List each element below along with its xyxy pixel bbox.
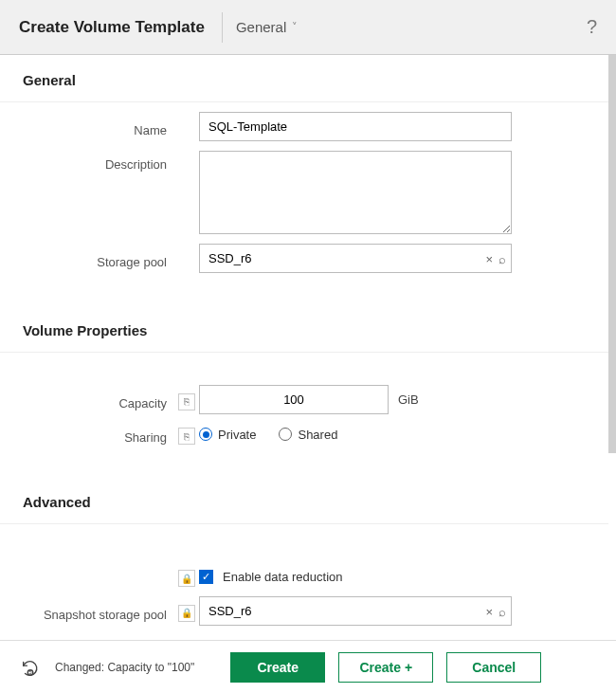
svg-text:5: 5 xyxy=(28,669,31,675)
lock-icon[interactable]: 🔒 xyxy=(178,570,195,587)
changed-status-text: Changed: Capacity to "100" xyxy=(55,661,194,674)
data-reduction-label: Enable data reduction xyxy=(223,570,342,584)
capacity-input[interactable] xyxy=(199,385,389,414)
section-heading-volume-properties: Volume Properties xyxy=(0,305,608,352)
sharing-shared-label: Shared xyxy=(298,428,337,442)
sharing-private-option[interactable]: Private xyxy=(199,428,256,442)
section-heading-advanced: Advanced xyxy=(0,477,608,523)
clear-icon[interactable]: × xyxy=(485,251,493,265)
divider xyxy=(0,101,608,102)
footer-bar: 5 Changed: Capacity to "100" Create Crea… xyxy=(0,640,616,693)
chevron-down-icon: ˅ xyxy=(292,21,298,33)
label-spacer xyxy=(23,574,174,580)
storage-pool-input[interactable] xyxy=(199,244,512,273)
icon-spacer xyxy=(174,125,199,129)
search-icon[interactable]: ⌕ xyxy=(498,604,506,618)
link-icon[interactable]: ⎘ xyxy=(178,428,195,445)
sharing-radio-group: Private Shared xyxy=(199,428,337,442)
section-dropdown-label: General xyxy=(236,19,286,35)
data-reduction-checkbox[interactable]: ✓ xyxy=(199,570,213,584)
icon-spacer xyxy=(174,151,199,155)
icon-spacer xyxy=(174,257,199,261)
storage-pool-label: Storage pool xyxy=(23,248,174,269)
page-title: Create Volume Template xyxy=(19,18,222,37)
cancel-button[interactable]: Cancel xyxy=(446,652,541,683)
sharing-private-label: Private xyxy=(218,428,256,442)
capacity-unit: GiB xyxy=(398,392,419,407)
content-area: General Name Description Storage pool × … xyxy=(0,55,608,640)
sharing-label: Sharing xyxy=(23,424,174,445)
sharing-shared-option[interactable]: Shared xyxy=(279,428,337,442)
section-dropdown[interactable]: General ˅ xyxy=(236,19,298,35)
undo-icon[interactable]: 5 xyxy=(19,656,42,679)
create-button[interactable]: Create xyxy=(230,652,325,683)
description-input[interactable] xyxy=(199,151,512,234)
lock-icon[interactable]: 🔒 xyxy=(178,605,195,622)
header-bar: Create Volume Template General ˅ ? xyxy=(0,0,616,55)
capacity-label: Capacity xyxy=(23,390,174,410)
create-plus-button[interactable]: Create + xyxy=(338,652,433,683)
snapshot-pool-label: Snapshot storage pool xyxy=(23,601,174,622)
section-heading-general: General xyxy=(0,55,608,101)
snapshot-pool-lookup: × ⌕ xyxy=(199,596,512,626)
snapshot-pool-input[interactable] xyxy=(199,596,512,626)
header-divider xyxy=(222,12,223,43)
description-label: Description xyxy=(23,151,174,172)
scrollbar-thumb[interactable] xyxy=(608,55,616,453)
help-icon[interactable]: ? xyxy=(587,16,597,38)
storage-pool-lookup: × ⌕ xyxy=(199,244,512,273)
search-icon[interactable]: ⌕ xyxy=(498,251,506,265)
name-label: Name xyxy=(23,117,174,137)
clear-icon[interactable]: × xyxy=(485,604,493,618)
name-input[interactable] xyxy=(199,112,512,141)
link-icon[interactable]: ⎘ xyxy=(178,393,195,410)
radio-unchecked-icon xyxy=(279,428,292,441)
radio-checked-icon xyxy=(199,428,212,441)
